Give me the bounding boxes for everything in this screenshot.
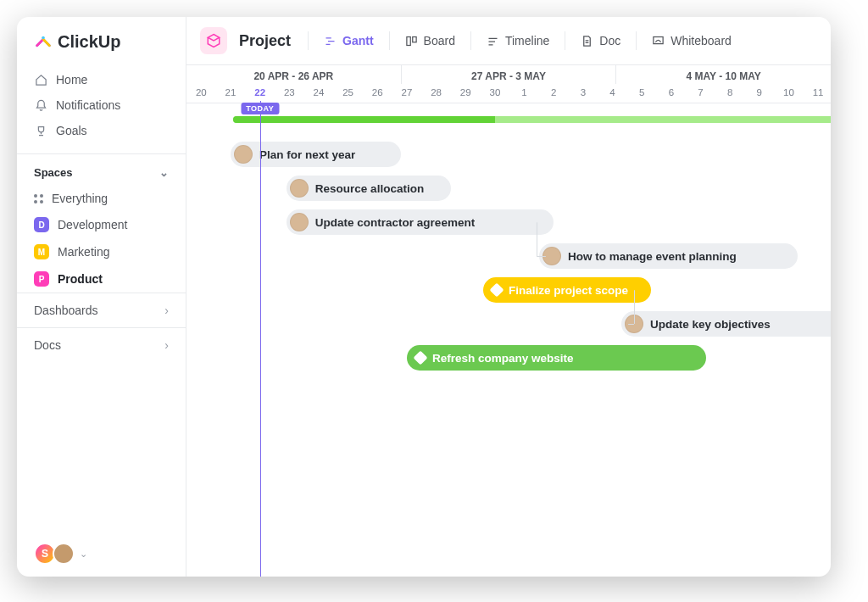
space-development[interactable]: D Development xyxy=(25,211,177,238)
separator xyxy=(636,31,637,50)
day-label[interactable]: 23 xyxy=(275,84,304,103)
spaces-header-label: Spaces xyxy=(34,166,73,179)
nav-home[interactable]: Home xyxy=(25,67,177,92)
day-label[interactable]: 27 xyxy=(392,84,422,103)
view-timeline[interactable]: Timeline xyxy=(476,29,559,53)
day-label[interactable]: 26 xyxy=(363,84,392,103)
day-label[interactable]: 5 xyxy=(627,84,657,103)
sidebar-docs[interactable]: Docs › xyxy=(17,327,186,362)
day-label[interactable]: 6 xyxy=(657,84,687,103)
task-label: Finalize project scope xyxy=(509,284,628,297)
project-icon xyxy=(200,27,227,54)
gantt-task-plan[interactable]: Plan for next year xyxy=(231,142,401,167)
avatar xyxy=(290,213,309,231)
dependency-connector xyxy=(537,256,546,257)
gantt-chart-area[interactable]: Plan for next yearResource allocationUpd… xyxy=(186,142,831,577)
day-label[interactable]: 11 xyxy=(804,84,831,103)
presence-bar[interactable]: S ⌄ xyxy=(17,543,186,565)
timeline-header: 20 APR - 26 APR27 APR - 3 MAY4 MAY - 10 … xyxy=(186,65,831,103)
clickup-logo-icon xyxy=(34,33,53,52)
avatar xyxy=(290,179,309,198)
week-label: 20 APR - 26 APR xyxy=(186,65,402,84)
task-label: Update contractor agreement xyxy=(315,216,475,229)
timeline-progress-track xyxy=(233,116,831,123)
view-gantt[interactable]: Gantt xyxy=(314,29,384,53)
view-whiteboard[interactable]: Whiteboard xyxy=(642,29,742,53)
separator xyxy=(470,31,471,50)
day-label[interactable]: 8 xyxy=(715,84,745,103)
day-label[interactable]: 29 xyxy=(451,84,481,103)
day-label[interactable]: 24 xyxy=(304,84,334,103)
whiteboard-icon xyxy=(652,35,665,47)
day-label[interactable]: 20 xyxy=(186,84,216,103)
view-label: Timeline xyxy=(505,34,549,47)
brand-logo[interactable]: ClickUp xyxy=(17,32,186,64)
day-label[interactable]: 7 xyxy=(686,84,715,103)
space-label: Marketing xyxy=(58,245,109,259)
project-title: Project xyxy=(239,32,291,50)
task-label: Update key objectives xyxy=(650,318,771,331)
separator xyxy=(308,31,309,50)
app-window: ClickUp Home Notifications Goals xyxy=(17,17,831,577)
space-list: Everything D Development M Marketing P P… xyxy=(17,186,186,293)
dependency-connector xyxy=(634,290,635,324)
brand-name: ClickUp xyxy=(58,32,120,52)
space-badge: M xyxy=(34,244,49,259)
timeline-icon xyxy=(487,35,499,47)
space-label: Product xyxy=(58,272,103,286)
spaces-header[interactable]: Spaces ⌄ xyxy=(17,153,186,186)
grid-dots-icon xyxy=(34,194,43,203)
day-label[interactable]: 10 xyxy=(774,84,804,103)
board-icon xyxy=(405,35,418,47)
view-label: Whiteboard xyxy=(670,34,732,47)
gantt-task-resource[interactable]: Resource allocation xyxy=(287,176,451,201)
space-marketing[interactable]: M Marketing xyxy=(25,238,177,265)
diamond-icon xyxy=(490,283,504,298)
day-label[interactable]: 22 xyxy=(245,84,275,103)
space-badge: D xyxy=(34,217,49,232)
task-label: Refresh company website xyxy=(432,352,574,365)
gantt-task-contractor[interactable]: Update contractor agreement xyxy=(287,209,554,235)
gantt-task-scope[interactable]: Finalize project scope xyxy=(483,277,651,303)
trophy-icon xyxy=(34,125,47,137)
sidebar-dashboards[interactable]: Dashboards › xyxy=(17,293,186,327)
space-everything[interactable]: Everything xyxy=(25,186,177,211)
avatar xyxy=(53,543,75,565)
task-label: Resource allocation xyxy=(315,182,424,195)
nav-label: Home xyxy=(56,73,87,86)
gantt-task-event[interactable]: How to manage event planning xyxy=(539,243,798,269)
task-label: How to manage event planning xyxy=(568,250,737,263)
dependency-connector xyxy=(628,324,634,325)
gantt-task-website[interactable]: Refresh company website xyxy=(407,345,707,371)
svg-point-0 xyxy=(42,36,45,39)
separator xyxy=(389,31,390,50)
space-product[interactable]: P Product xyxy=(25,265,177,293)
nav-notifications[interactable]: Notifications xyxy=(25,92,177,118)
svg-rect-5 xyxy=(412,36,415,42)
nav-main: Home Notifications Goals xyxy=(17,64,186,147)
sidebar-row-label: Dashboards xyxy=(34,304,98,317)
day-label[interactable]: 30 xyxy=(481,84,510,103)
sidebar-row-label: Docs xyxy=(34,338,61,352)
nav-goals[interactable]: Goals xyxy=(25,118,177,143)
day-label[interactable]: 9 xyxy=(744,84,774,103)
topbar: Project Gantt Board Timeline xyxy=(186,17,831,65)
day-label[interactable]: 25 xyxy=(333,84,363,103)
day-label[interactable]: 21 xyxy=(216,84,246,103)
day-label[interactable]: 28 xyxy=(421,84,451,103)
week-label: 4 MAY - 10 MAY xyxy=(616,65,831,84)
separator xyxy=(565,31,565,50)
gantt-task-objectives[interactable]: Update key objectives xyxy=(621,311,831,337)
day-label[interactable]: 3 xyxy=(569,84,598,103)
view-label: Board xyxy=(424,34,455,47)
gantt-icon xyxy=(324,35,337,47)
day-label[interactable]: 4 xyxy=(598,84,627,103)
view-board[interactable]: Board xyxy=(395,29,465,53)
chevron-right-icon: › xyxy=(164,338,169,352)
today-pill: TODAY xyxy=(241,103,279,114)
doc-icon xyxy=(581,35,593,47)
day-row: 2021222324252627282930123456789101112 xyxy=(186,84,831,103)
day-label[interactable]: 2 xyxy=(539,84,569,103)
day-label[interactable]: 1 xyxy=(509,84,539,103)
view-doc[interactable]: Doc xyxy=(570,29,631,53)
